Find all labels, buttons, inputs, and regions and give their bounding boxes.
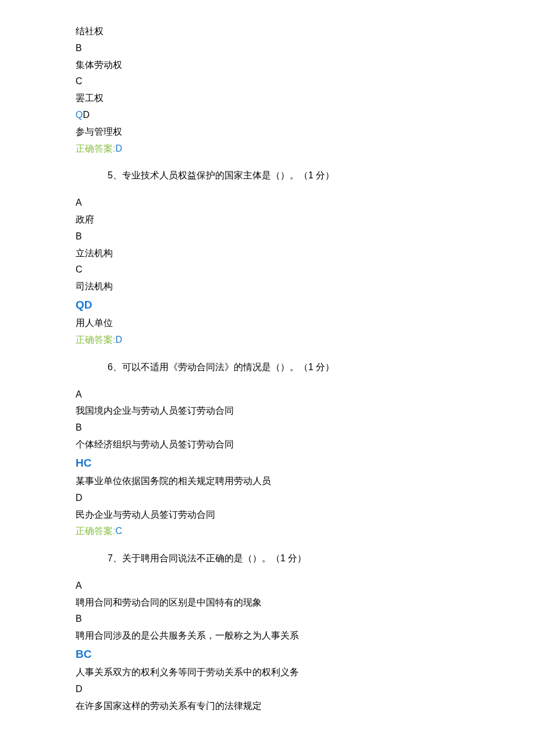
- q5-marker-d: D: [84, 299, 92, 311]
- q6-answer-label: 正确答案:: [76, 526, 115, 536]
- q5-option-c-text: 司法机构: [76, 278, 500, 295]
- q7-option-d-letter: D: [76, 681, 500, 698]
- q6-option-a-letter: A: [76, 386, 500, 403]
- q5-option-c-letter: C: [76, 261, 500, 278]
- q5-option-a-text: 政府: [76, 212, 500, 228]
- q6-marker-h: H: [76, 457, 84, 469]
- q4-answer: 正确答案:D: [76, 141, 500, 157]
- q7-option-a-text: 聘用合同和劳动合同的区别是中国特有的现象: [76, 594, 500, 611]
- q6-option-d-text: 民办企业与劳动人员签订劳动合同: [76, 507, 500, 524]
- document-content: 结社权 B 集体劳动权 C 罢工权 QD 参与管理权 正确答案:D 5、专业技术…: [0, 23, 535, 715]
- q4-option-d-marker: QD: [76, 107, 500, 124]
- q5-option-b-letter: B: [76, 228, 500, 245]
- q4-option-b-letter: B: [76, 40, 500, 57]
- q4-option-a-text: 结社权: [76, 23, 500, 40]
- q7-option-c-marker: BC: [76, 644, 500, 664]
- q7-heading: 7、关于聘用合同说法不正确的是（）。（1 分）: [108, 550, 500, 567]
- q7-option-a-letter: A: [76, 578, 500, 594]
- q4-option-b-text: 集体劳动权: [76, 57, 500, 74]
- q7-marker-b: B: [76, 648, 84, 660]
- q5-heading: 5、专业技术人员权益保护的国家主体是（）。（1 分）: [108, 167, 500, 184]
- q6-heading: 6、可以不适用《劳动合同法》的情况是（）。（1 分）: [108, 359, 500, 376]
- q5-answer-label: 正确答案:: [76, 335, 115, 345]
- q5-option-b-text: 立法机构: [76, 245, 500, 262]
- q4-marker-d: D: [83, 110, 90, 120]
- q7-option-d-text: 在许多国家这样的劳动关系有专门的法律规定: [76, 698, 500, 715]
- q5-answer: 正确答案:D: [76, 332, 500, 349]
- q7-option-c-text: 人事关系双方的权利义务等同于劳动关系中的权利义务: [76, 664, 500, 681]
- q6-option-c-marker: HC: [76, 453, 500, 473]
- q6-option-b-letter: B: [76, 420, 500, 436]
- q6-answer: 正确答案:C: [76, 523, 500, 540]
- q6-option-c-text: 某事业单位依据国务院的相关规定聘用劳动人员: [76, 473, 500, 490]
- q4-option-d-text: 参与管理权: [76, 124, 500, 141]
- q7-marker-c: C: [84, 648, 92, 660]
- q6-marker-c: C: [84, 457, 92, 469]
- q7-option-b-text: 聘用合同涉及的是公共服务关系，一般称之为人事关系: [76, 628, 500, 644]
- q5-option-d-marker: QD: [76, 295, 500, 315]
- q6-answer-value: C: [115, 526, 122, 536]
- q7-option-b-letter: B: [76, 611, 500, 628]
- q6-option-a-text: 我国境内企业与劳动人员签订劳动合同: [76, 403, 500, 420]
- q5-answer-value: D: [115, 335, 122, 345]
- q4-answer-label: 正确答案:: [76, 144, 115, 153]
- q6-option-b-text: 个体经济组织与劳动人员签订劳动合同: [76, 436, 500, 453]
- q6-option-d-letter: D: [76, 490, 500, 507]
- q5-marker-q: Q: [76, 299, 84, 311]
- q5-option-d-text: 用人单位: [76, 315, 500, 332]
- q5-option-a-letter: A: [76, 195, 500, 212]
- q4-option-c-text: 罢工权: [76, 90, 500, 107]
- q4-marker-q: Q: [76, 110, 83, 120]
- q4-option-c-letter: C: [76, 73, 500, 90]
- q4-answer-value: D: [115, 144, 122, 153]
